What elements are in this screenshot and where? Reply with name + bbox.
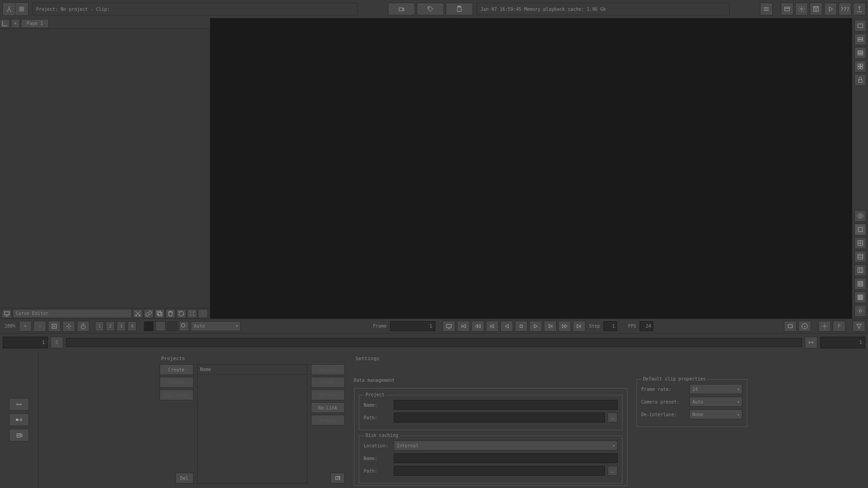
layout-4-icon[interactable] xyxy=(854,61,866,72)
gear-icon[interactable] xyxy=(795,3,808,15)
switch-button[interactable]: Switch xyxy=(311,364,345,375)
layout-1-icon[interactable] xyxy=(854,20,866,32)
export-icon[interactable] xyxy=(853,3,866,15)
view-2[interactable]: 2 xyxy=(106,321,115,331)
rename-button[interactable]: Rename xyxy=(160,377,193,388)
camera-icon[interactable] xyxy=(388,3,415,15)
framerate-select[interactable]: 24 xyxy=(689,384,742,394)
brightness-icon[interactable] xyxy=(854,305,866,317)
close-button[interactable]: Close xyxy=(311,377,345,388)
project-name-input[interactable] xyxy=(394,400,618,410)
browse-path-button[interactable]: … xyxy=(608,413,618,422)
center-icon[interactable] xyxy=(62,321,75,332)
more-icon[interactable]: ⋮ xyxy=(198,309,208,318)
frame-input[interactable] xyxy=(390,321,435,331)
projects-list[interactable]: Name xyxy=(197,364,307,483)
grid-2-icon[interactable] xyxy=(854,251,866,263)
mode-node-icon[interactable] xyxy=(9,398,29,411)
info-icon[interactable] xyxy=(798,321,811,332)
browse-cache-button[interactable]: … xyxy=(608,466,618,476)
zoom-in-button[interactable]: + xyxy=(19,321,32,332)
cut-icon[interactable] xyxy=(133,309,143,318)
monitor-icon[interactable] xyxy=(2,309,12,318)
layout-2-icon[interactable] xyxy=(854,33,866,45)
mode-flow-icon[interactable] xyxy=(9,413,29,426)
filter-icon[interactable] xyxy=(853,321,865,332)
link-icon[interactable] xyxy=(144,309,154,318)
del-button[interactable]: Del xyxy=(175,473,193,483)
color-gray1[interactable] xyxy=(156,321,165,331)
projects-list-header[interactable]: Name xyxy=(198,365,307,375)
timeline-range-icon[interactable] xyxy=(805,337,817,348)
layout-3-icon[interactable] xyxy=(854,47,866,59)
view-1[interactable]: 1 xyxy=(95,321,104,331)
modify-button[interactable]: Modify xyxy=(311,415,345,426)
tool-list-icon[interactable] xyxy=(15,3,28,15)
stop-button[interactable] xyxy=(515,321,528,332)
trash-icon[interactable] xyxy=(165,309,175,318)
expand-icon[interactable] xyxy=(187,309,197,318)
curve-editor-label[interactable]: Curve Editor xyxy=(13,309,132,318)
timeline-track[interactable] xyxy=(66,338,802,347)
settings-icon[interactable] xyxy=(818,321,831,332)
delete-button[interactable]: Delete xyxy=(311,389,345,400)
viewport[interactable] xyxy=(210,18,852,319)
copy-icon[interactable] xyxy=(155,309,165,318)
color-black[interactable] xyxy=(144,321,154,331)
project-path-input[interactable] xyxy=(394,413,605,422)
deint-select[interactable]: None xyxy=(689,409,742,419)
panel-corner-icon[interactable] xyxy=(0,19,10,28)
add-tab-button[interactable]: + xyxy=(11,19,20,28)
tool-p-button[interactable]: P xyxy=(833,321,845,332)
go-start-button[interactable] xyxy=(457,321,470,332)
timeline-start-input[interactable] xyxy=(3,337,48,348)
display-icon[interactable] xyxy=(443,321,455,332)
view-4[interactable]: 4 xyxy=(127,321,137,331)
clipboard-icon[interactable] xyxy=(446,3,473,15)
cache-path-input[interactable] xyxy=(394,466,605,476)
zoom-out-button[interactable]: − xyxy=(33,321,46,332)
create-button[interactable]: Create xyxy=(160,364,193,375)
panel-icon[interactable] xyxy=(781,3,793,15)
view-3[interactable]: 3 xyxy=(117,321,126,331)
location-select[interactable]: Internal xyxy=(394,441,618,450)
lock-icon[interactable] xyxy=(854,74,866,86)
play-icon[interactable] xyxy=(824,3,837,15)
grid-3-icon[interactable] xyxy=(854,264,866,276)
step-input[interactable] xyxy=(604,321,617,331)
page-tab[interactable]: Page 1 xyxy=(21,19,49,28)
play-button[interactable] xyxy=(529,321,542,332)
grid-5-icon[interactable] xyxy=(854,291,866,303)
panel-body[interactable] xyxy=(0,29,210,308)
overlay-1-icon[interactable] xyxy=(784,321,797,332)
view-active-icon[interactable] xyxy=(854,224,866,235)
help-button[interactable]: ??? xyxy=(839,3,851,15)
fit-icon[interactable] xyxy=(48,321,61,332)
color-circle[interactable] xyxy=(179,321,189,331)
forward-button[interactable] xyxy=(558,321,571,332)
quality-dropdown[interactable]: Auto xyxy=(191,321,241,331)
step-back-button[interactable] xyxy=(486,321,499,332)
eye-icon[interactable] xyxy=(854,210,866,222)
refresh-icon[interactable] xyxy=(176,309,186,318)
step-fwd-button[interactable] xyxy=(544,321,557,332)
mode-proj-icon[interactable]: PRJ xyxy=(9,429,29,441)
camera-select[interactable]: Auto xyxy=(689,397,742,407)
grid-4-icon[interactable] xyxy=(854,278,866,290)
tool-node-icon[interactable] xyxy=(3,3,15,15)
save-icon[interactable] xyxy=(810,3,822,15)
list-icon[interactable] xyxy=(760,3,773,15)
proj-window-icon[interactable] xyxy=(330,473,345,483)
tag-icon[interactable] xyxy=(417,3,444,15)
fps-input[interactable] xyxy=(640,321,653,331)
go-end-button[interactable] xyxy=(573,321,585,332)
grid-1-icon[interactable] xyxy=(854,237,866,249)
relink-button[interactable]: Re-Link xyxy=(311,402,345,413)
timeline-end-input[interactable] xyxy=(820,337,865,348)
timer-icon[interactable] xyxy=(77,321,90,332)
rewind-button[interactable] xyxy=(472,321,484,332)
duplicate-button[interactable]: Duplicate xyxy=(160,389,193,400)
timeline-c-button[interactable]: C xyxy=(51,337,63,348)
color-gray2[interactable] xyxy=(167,321,177,331)
play-back-button[interactable] xyxy=(500,321,513,332)
